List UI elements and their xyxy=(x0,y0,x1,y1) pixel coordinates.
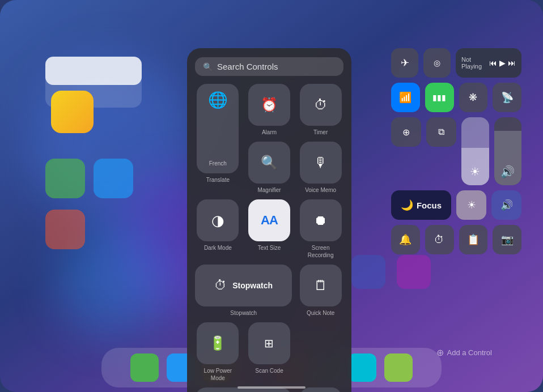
airplane-button[interactable]: ✈ xyxy=(391,48,418,78)
timer-label: Timer xyxy=(313,129,328,136)
focus-moon-icon: 🌙 xyxy=(401,199,413,211)
notes-icon: 📋 xyxy=(467,233,480,246)
dark-mode-button[interactable]: ◑ xyxy=(197,199,239,241)
weather-button[interactable]: ☀ xyxy=(456,190,486,220)
sound-icon: 🔊 xyxy=(500,199,513,211)
translate-button[interactable]: 🌐 French xyxy=(197,84,239,173)
magnifier-button[interactable]: 🔍 xyxy=(248,142,290,184)
yellow-icon xyxy=(51,91,94,133)
timer-cell: ⏱ Timer xyxy=(298,84,343,136)
magnifier-icon: 🔍 xyxy=(261,156,278,169)
scan-code-cell: ⊞ Scan Code xyxy=(247,322,292,382)
add-control-icon: ⊕ xyxy=(436,347,444,358)
brightness-slider[interactable]: ☀ xyxy=(461,117,489,185)
signal-button[interactable]: ▮▮▮ xyxy=(425,83,454,112)
bluetooth-icon: ❋ xyxy=(469,91,477,104)
quick-note-label: Quick Note xyxy=(307,309,334,317)
search-controls-panel: 🔍 Search Controls 🌐 French Translate ⏰ xyxy=(187,48,351,392)
now-playing-title: Not Playing xyxy=(461,56,485,70)
translate-label: Translate xyxy=(206,176,230,184)
timer-button[interactable]: ⏱ xyxy=(300,84,342,126)
translate-label-container: French xyxy=(209,160,227,167)
quick-note-button[interactable]: 🗒 xyxy=(300,265,342,306)
translate-sublabel: French xyxy=(209,160,227,167)
timer-bottom-button[interactable]: ⏱ xyxy=(425,225,454,254)
ipad-frame: 🔍 Search Controls 🌐 French Translate ⏰ xyxy=(0,0,543,392)
search-icon: 🔍 xyxy=(203,62,213,71)
notes-button[interactable]: 📋 xyxy=(459,225,488,254)
stopwatch-button[interactable]: ⏱ Stopwatch xyxy=(195,265,292,306)
screen-recording-icon: ⏺ xyxy=(314,214,328,227)
screen-lock-button[interactable]: ⊕ xyxy=(391,117,421,147)
quick-note-icon: 🗒 xyxy=(314,279,328,292)
lock-row: ⊕ ⧉ ☀ 🔊 xyxy=(391,117,521,185)
stopwatch-icon: ⏱ xyxy=(214,278,227,293)
text-size-cell: AA Text Size xyxy=(247,199,292,259)
right-control-center: ✈ ◎ Not Playing ⏮ ▶ ⏭ 📶 ▮▮▮ xyxy=(391,48,521,254)
alarm-icon: ⏰ xyxy=(261,98,278,112)
low-power-button[interactable]: 🔋 xyxy=(197,322,239,364)
bell-button[interactable]: 🔔 xyxy=(391,225,420,254)
translate-cell: 🌐 French Translate xyxy=(195,84,241,194)
add-control-label: Add a Control xyxy=(447,348,493,357)
voice-memo-button[interactable]: 🎙 xyxy=(300,142,342,184)
dock-icon-7[interactable] xyxy=(348,353,376,382)
dark-mode-icon: ◑ xyxy=(211,213,224,228)
add-control-container: ⊕ Add a Control xyxy=(436,347,493,358)
dock-icon-8[interactable] xyxy=(384,353,413,382)
app-icon-2 xyxy=(94,159,133,198)
mirror-button[interactable]: ⧉ xyxy=(426,117,456,147)
sound-button[interactable]: 🔊 xyxy=(491,190,521,220)
screen-recording-button[interactable]: ⏺ xyxy=(300,199,342,241)
quick-note-cell: 🗒 Quick Note xyxy=(298,265,343,317)
alarm-button[interactable]: ⏰ xyxy=(248,84,290,126)
now-playing-card[interactable]: Not Playing ⏮ ▶ ⏭ xyxy=(456,48,521,78)
text-size-button[interactable]: AA xyxy=(248,199,290,241)
wifi-icon: 📶 xyxy=(399,91,412,104)
voice-memo-cell: 🎙 Voice Memo xyxy=(298,142,343,194)
prev-button[interactable]: ⏮ xyxy=(489,58,497,67)
next-button[interactable]: ⏭ xyxy=(508,58,516,67)
low-power-cell: 🔋 Low Power Mode xyxy=(195,322,241,382)
bell-icon: 🔔 xyxy=(399,233,412,246)
widget-2 xyxy=(45,57,142,85)
app-icon-4 xyxy=(351,255,385,289)
timer-icon: ⏱ xyxy=(314,98,328,112)
screen-recording-label: Screen Recording xyxy=(308,244,334,259)
recognize-music-button[interactable]: ◎ xyxy=(300,387,342,392)
play-button[interactable]: ▶ xyxy=(499,58,506,67)
connectivity-row: 📶 ▮▮▮ ❋ 📡 xyxy=(391,83,521,112)
magnifier-label: Magnifier xyxy=(257,186,281,194)
dark-mode-cell: ◑ Dark Mode xyxy=(195,199,241,259)
bluetooth-button[interactable]: ❋ xyxy=(459,83,488,112)
translate-icon: 🌐 xyxy=(208,91,228,109)
bottom-row: 🔔 ⏱ 📋 📷 xyxy=(391,225,521,254)
airdrop-button[interactable]: ◎ xyxy=(423,48,451,78)
camera-button[interactable]: 📷 xyxy=(493,225,521,254)
dark-mode-label: Dark Mode xyxy=(204,244,232,252)
volume-slider[interactable]: 🔊 xyxy=(494,117,522,185)
extra-icon-1: 📡 xyxy=(501,91,514,104)
voice-memo-label: Voice Memo xyxy=(305,186,336,194)
home-indicator xyxy=(237,386,306,389)
low-power-icon: 🔋 xyxy=(209,336,226,350)
wifi-button[interactable]: 📶 xyxy=(391,83,420,112)
airdrop-icon: ◎ xyxy=(434,58,440,67)
dock-icon-1[interactable] xyxy=(130,353,159,382)
text-size-icon: AA xyxy=(261,213,278,228)
focus-button[interactable]: 🌙 Focus xyxy=(391,190,451,220)
search-bar[interactable]: 🔍 Search Controls xyxy=(195,57,343,76)
scan-code-button[interactable]: ⊞ xyxy=(248,322,290,364)
controls-grid: 🌐 French Translate ⏰ Alarm ⏱ Tim xyxy=(195,84,343,392)
voice-memo-icon: 🎙 xyxy=(314,156,328,169)
top-row: ✈ ◎ Not Playing ⏮ ▶ ⏭ xyxy=(391,48,521,78)
scan-code-label: Scan Code xyxy=(255,367,283,374)
timer-bottom-icon: ⏱ xyxy=(434,234,444,246)
screen-recording-cell: ⏺ Screen Recording xyxy=(298,199,343,259)
scan-code-icon: ⊞ xyxy=(264,338,274,349)
text-size-label: Text Size xyxy=(258,244,281,252)
extra-btn-1[interactable]: 📡 xyxy=(493,83,521,112)
alarm-label: Alarm xyxy=(262,129,277,136)
mirror-icon: ⧉ xyxy=(438,127,444,137)
low-power-label: Low Power Mode xyxy=(204,367,232,382)
